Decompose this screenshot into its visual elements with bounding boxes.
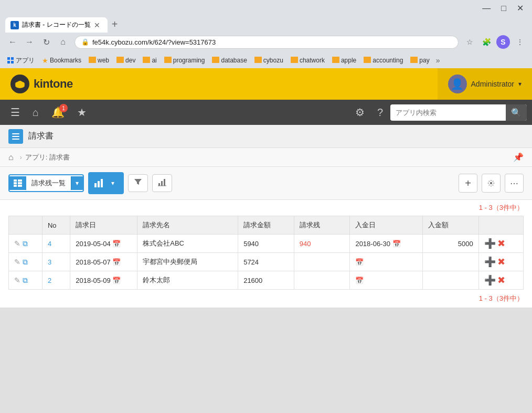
bookmark-apps-label: アプリ (16, 56, 35, 65)
view-selector[interactable]: 請求残一覧 ▾ (8, 174, 84, 192)
home-nav-button[interactable]: ⌂ (27, 102, 44, 123)
copy-icon[interactable]: ⧉ (23, 276, 28, 284)
bookmark-pay[interactable]: pay (407, 55, 432, 66)
user-dropdown-icon[interactable]: ▾ (518, 80, 522, 88)
breadcrumb-home-icon[interactable]: ⌂ (8, 153, 14, 162)
filter-button[interactable] (128, 174, 148, 192)
app-title: 請求書 (28, 131, 54, 142)
kintone-logo: kintone (0, 75, 438, 93)
bookmark-ai-label: ai (152, 57, 156, 64)
app-header: 請求書 (0, 125, 532, 148)
cell-balance (294, 271, 350, 290)
edit-icon[interactable]: ✎ (14, 276, 20, 284)
add-record-button[interactable]: + (459, 174, 477, 193)
add-row-button[interactable]: ➕ (484, 275, 496, 285)
profile-button[interactable]: S (496, 35, 510, 49)
edit-icon[interactable]: ✎ (14, 239, 20, 248)
row-action-icons: ✎ ⧉ (9, 253, 42, 271)
help-button[interactable]: ? (372, 102, 388, 123)
folder-database-icon (212, 57, 219, 65)
cell-payment-date: 2018-06-30 📅 (350, 235, 423, 253)
favorites-button[interactable]: ★ (72, 102, 92, 123)
pin-icon[interactable]: 📌 (513, 152, 524, 162)
back-button[interactable]: ← (5, 35, 20, 49)
search-submit-button[interactable]: 🔍 (506, 104, 527, 121)
bookmark-apps[interactable]: アプリ (4, 55, 38, 67)
record-link[interactable]: 4 (48, 240, 51, 248)
payment-calendar-icon[interactable]: 📅 (355, 277, 364, 284)
table-header-row: No 請求日 請求先名 請求金額 請求残 入金日 入金額 (9, 216, 524, 235)
bookmark-ai[interactable]: ai (140, 55, 159, 66)
row-action-icons: ✎ ⧉ (9, 235, 42, 253)
remove-row-button[interactable]: ✖ (497, 257, 505, 267)
table-view-icon (9, 176, 26, 190)
hamburger-menu-button[interactable]: ☰ (5, 102, 25, 123)
new-tab-button[interactable]: + (108, 16, 122, 33)
bookmark-cybozu[interactable]: cybozu (251, 55, 286, 66)
calendar-icon[interactable]: 📅 (112, 277, 121, 284)
breadcrumb-app-label: アプリ: 請求書 (25, 153, 70, 162)
browser-window: — □ ✕ k 請求書 - レコードの一覧 ✕ + ← → ↻ ⌂ 🔒 fe54… (0, 0, 532, 412)
graph-selector[interactable]: ▾ (88, 172, 124, 194)
settings-button[interactable]: ⚙ (350, 102, 370, 123)
copy-icon[interactable]: ⧉ (23, 239, 28, 248)
add-row-button[interactable]: ➕ (484, 238, 496, 249)
record-link[interactable]: 3 (48, 258, 51, 266)
payment-calendar-icon[interactable]: 📅 (392, 240, 401, 248)
add-row-button[interactable]: ➕ (484, 257, 496, 267)
bookmark-chatwork[interactable]: chatwork (288, 55, 328, 66)
svg-rect-10 (94, 183, 97, 187)
bookmark-programing[interactable]: programing (161, 55, 208, 66)
cell-no: 4 (42, 235, 70, 253)
tab-close-button[interactable]: ✕ (94, 21, 100, 29)
remove-row-button[interactable]: ✖ (497, 238, 505, 249)
cell-amount: 21600 (238, 271, 294, 290)
title-bar: — □ ✕ (0, 0, 532, 16)
view-dropdown-button[interactable]: ▾ (71, 176, 83, 190)
folder-apple-icon (332, 57, 339, 65)
restore-button[interactable]: □ (497, 3, 510, 14)
graph-dropdown-button[interactable]: ▾ (108, 176, 118, 190)
address-bar[interactable]: 🔒 fe54k.cybozu.com/k/624/?view=5317673 (75, 36, 459, 49)
remove-row-button[interactable]: ✖ (497, 275, 505, 285)
bookmark-web[interactable]: web (86, 55, 112, 66)
copy-icon[interactable]: ⧉ (23, 258, 28, 266)
more-bookmarks-button[interactable]: » (434, 55, 442, 66)
folder-ai-icon (143, 57, 150, 65)
active-tab[interactable]: k 請求書 - レコードの一覧 ✕ (5, 17, 108, 33)
bookmark-cybozu-label: cybozu (263, 57, 283, 64)
search-input[interactable] (390, 105, 506, 120)
lock-icon: 🔒 (81, 38, 89, 46)
chart-button[interactable] (152, 174, 172, 192)
bookmark-accounting[interactable]: accounting (360, 55, 406, 66)
calendar-icon[interactable]: 📅 (112, 240, 121, 248)
notifications-button[interactable]: 🔔 1 (46, 102, 70, 123)
payment-calendar-icon[interactable]: 📅 (355, 258, 364, 266)
cell-payment-date: 📅 (350, 253, 423, 271)
tab-favicon: k (10, 21, 19, 29)
kintone-navbar: ☰ ⌂ 🔔 1 ★ ⚙ ? 🔍 (0, 100, 532, 125)
folder-pay-icon (410, 57, 418, 65)
bookmark-chatwork-label: chatwork (300, 57, 325, 64)
cell-payment-amount: 5000 (423, 235, 479, 253)
settings-record-button[interactable] (482, 174, 501, 193)
edit-icon[interactable]: ✎ (14, 258, 20, 266)
extensions-button[interactable]: 🧩 (480, 35, 493, 49)
bookmark-star-button[interactable]: ☆ (463, 35, 476, 49)
bookmark-dev[interactable]: dev (113, 55, 139, 66)
close-button[interactable]: ✕ (513, 2, 528, 14)
list-view-icon (8, 129, 23, 144)
menu-button[interactable]: ⋮ (513, 35, 527, 49)
forward-button[interactable]: → (22, 35, 37, 49)
kintone-app: kintone 👤 Administrator ▾ ☰ ⌂ 🔔 1 ★ ⚙ ? (0, 68, 532, 308)
bookmark-apple-label: apple (341, 57, 356, 64)
record-link[interactable]: 2 (48, 277, 51, 284)
bookmark-bookmarks[interactable]: ★ Bookmarks (39, 55, 84, 66)
calendar-icon[interactable]: 📅 (112, 258, 121, 266)
bookmark-database[interactable]: database (209, 55, 250, 66)
minimize-button[interactable]: — (478, 3, 495, 14)
home-button[interactable]: ⌂ (56, 35, 70, 49)
bookmark-apple[interactable]: apple (329, 55, 359, 66)
reload-button[interactable]: ↻ (39, 35, 54, 49)
more-options-button[interactable]: ⋯ (505, 174, 524, 193)
